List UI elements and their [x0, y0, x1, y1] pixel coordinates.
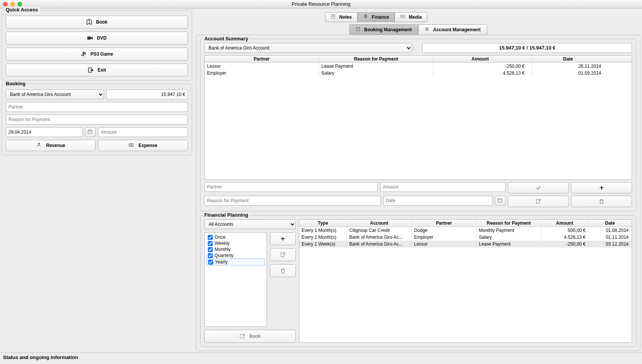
- svg-point-14: [402, 16, 403, 17]
- summary-confirm-button[interactable]: [508, 182, 569, 193]
- tab-notes[interactable]: Notes: [325, 12, 358, 22]
- summary-edit-button[interactable]: [508, 196, 569, 207]
- booking-account-select[interactable]: Bank of America Giro Account: [6, 89, 104, 99]
- table-row[interactable]: Every 2 Month(s)Bank of America Giro Ac.…: [299, 234, 632, 241]
- quick-dvd-button[interactable]: DVD: [6, 32, 188, 45]
- svg-rect-23: [240, 334, 244, 338]
- summary-account-select[interactable]: Bank of America Giro Account: [204, 43, 412, 53]
- booking-mgmt-icon: [356, 27, 362, 33]
- tab-booking-management[interactable]: Booking Management: [349, 24, 418, 35]
- booking-group: Booking Bank of America Giro Account: [2, 84, 192, 155]
- finance-icon: $: [363, 14, 369, 20]
- quick-ps3-button[interactable]: PS3 Game: [6, 48, 188, 61]
- summary-amount-input[interactable]: [380, 182, 506, 192]
- svg-rect-22: [281, 252, 284, 257]
- tab-media[interactable]: Media: [395, 12, 427, 22]
- summary-header-amount[interactable]: Amount: [433, 56, 533, 62]
- summary-date-picker-button[interactable]: [495, 196, 506, 206]
- planning-header-amount[interactable]: Amount: [541, 220, 589, 227]
- summary-date-input[interactable]: [383, 196, 493, 206]
- planning-book-button[interactable]: Book: [204, 330, 296, 343]
- summary-partner-input[interactable]: [204, 182, 378, 192]
- freq-once-checkbox[interactable]: [208, 235, 213, 240]
- freq-yearly-row[interactable]: Yearly: [206, 259, 265, 265]
- table-row[interactable]: LessorLease Payment-250,00 €26.11.2014: [205, 63, 632, 70]
- titlebar: Private Resource Planning: [0, 0, 642, 8]
- svg-rect-0: [87, 37, 91, 40]
- planning-header-account[interactable]: Account: [347, 220, 412, 227]
- summary-add-button[interactable]: [571, 182, 632, 193]
- expense-label: Expense: [138, 143, 157, 148]
- revenue-button[interactable]: Revenue: [6, 140, 96, 151]
- freq-monthly-row[interactable]: Monthly: [206, 246, 265, 252]
- quick-access-group: Quick Access Book DVD PS3 Game Exit: [2, 10, 192, 81]
- svg-point-7: [131, 144, 132, 146]
- planning-delete-button[interactable]: [270, 264, 296, 277]
- svg-rect-2: [88, 130, 92, 134]
- planning-account-select[interactable]: All Accounts: [204, 219, 296, 229]
- freq-quarterly-checkbox[interactable]: [208, 253, 213, 258]
- summary-header-reason[interactable]: Reason for Payment: [319, 56, 433, 62]
- booking-reason-input[interactable]: [6, 115, 188, 125]
- booking-balance-field[interactable]: [106, 89, 188, 99]
- freq-monthly-checkbox[interactable]: [208, 247, 213, 252]
- planning-add-button[interactable]: [270, 232, 296, 245]
- check-icon: [535, 185, 541, 191]
- svg-rect-15: [356, 27, 360, 31]
- planning-header-date[interactable]: Date: [589, 220, 632, 227]
- planning-header-type[interactable]: Type: [299, 220, 347, 227]
- booking-date-picker-button[interactable]: [85, 127, 96, 137]
- camera-icon: [87, 35, 93, 41]
- freq-weekly-checkbox[interactable]: [208, 241, 213, 246]
- table-row[interactable]: Every 1 Month(s)Citigroup Car CreditDodg…: [299, 227, 632, 234]
- booking-legend: Booking: [4, 81, 27, 86]
- quick-dvd-label: DVD: [97, 35, 106, 41]
- trash-icon: [599, 198, 605, 204]
- financial-planning-group: Financial Planning All Accounts Once Wee…: [200, 215, 636, 347]
- calendar-icon: [497, 198, 503, 204]
- freq-weekly-row[interactable]: Weekly: [206, 240, 265, 246]
- summary-reason-input[interactable]: [204, 196, 381, 206]
- planning-header-partner[interactable]: Partner: [412, 220, 477, 227]
- revenue-label: Revenue: [46, 143, 65, 148]
- edit-icon: [535, 198, 541, 204]
- table-row[interactable]: Every 1 Week(s)Bank of America Giro Ac..…: [299, 241, 632, 247]
- main-tabs: Notes $ Finance Media: [196, 12, 640, 22]
- booking-partner-input[interactable]: [6, 102, 188, 112]
- account-mgmt-icon: $: [425, 27, 431, 33]
- quick-book-button[interactable]: Book: [6, 16, 188, 29]
- tab-finance[interactable]: $ Finance: [358, 12, 395, 22]
- window-title: Private Resource Planning: [0, 1, 642, 7]
- svg-rect-21: [536, 199, 539, 203]
- planning-table: Type Account Partner Reason for Payment …: [299, 219, 632, 343]
- freq-yearly-checkbox[interactable]: [208, 260, 213, 265]
- table-row[interactable]: EmployerSalary4.526,13 €01.09.2014: [205, 70, 632, 77]
- svg-text:$: $: [364, 14, 367, 18]
- plus-icon: [280, 236, 286, 242]
- planning-header-reason[interactable]: Reason for Payment: [477, 220, 541, 227]
- summary-table: Partner Reason for Payment Amount Date L…: [204, 55, 632, 180]
- book-icon: [86, 19, 92, 25]
- summary-header-partner[interactable]: Partner: [205, 56, 319, 62]
- expense-icon: [128, 142, 135, 148]
- svg-rect-19: [498, 199, 502, 203]
- booking-date-input[interactable]: [6, 127, 83, 137]
- planning-edit-button[interactable]: [270, 248, 296, 261]
- quick-ps3-label: PS3 Game: [90, 51, 113, 57]
- summary-delete-button[interactable]: [571, 196, 632, 207]
- financial-planning-legend: Financial Planning: [203, 212, 250, 218]
- playstation-icon: [80, 51, 87, 57]
- book-action-icon: [239, 333, 246, 339]
- freq-quarterly-row[interactable]: Quarterly: [206, 252, 265, 259]
- quick-book-label: Book: [96, 19, 108, 25]
- freq-once-row[interactable]: Once: [206, 234, 265, 240]
- media-icon: [400, 14, 406, 20]
- quick-exit-button[interactable]: Exit: [6, 64, 188, 77]
- summary-header-date[interactable]: Date: [533, 56, 632, 62]
- revenue-icon: [36, 142, 42, 148]
- account-summary-group: Account Summary Bank of America Giro Acc…: [200, 39, 636, 211]
- status-text: Status and ongoing information: [3, 354, 78, 360]
- booking-amount-input[interactable]: [98, 127, 188, 137]
- tab-account-management[interactable]: $ Account Management: [418, 24, 487, 35]
- expense-button[interactable]: Expense: [98, 140, 188, 151]
